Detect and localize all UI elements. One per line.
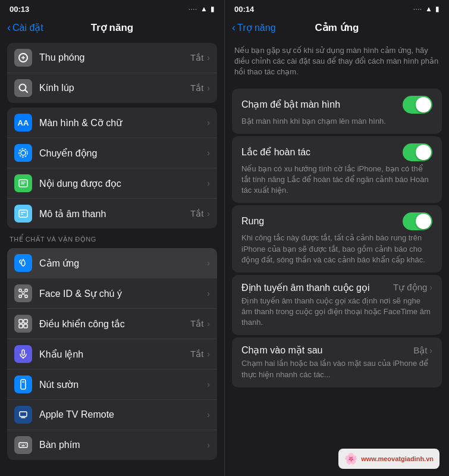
mo-ta-icon — [14, 205, 32, 223]
svg-rect-26 — [20, 412, 27, 416]
left-nav-title: Trợ năng — [91, 21, 133, 34]
rung-toggle[interactable] — [403, 212, 432, 230]
dinh-tuyen-chevron-icon: › — [429, 283, 432, 292]
face-id-icon — [14, 284, 32, 302]
svg-rect-22 — [22, 350, 24, 355]
left-panel: 00:13 ···· ▲ ▮ ‹ Cài đặt Trợ năng Thu ph… — [0, 0, 224, 476]
right-back-chevron-icon: ‹ — [232, 22, 236, 33]
svg-rect-14 — [25, 289, 27, 292]
face-id-content: Face ID & Sự chú ý › — [39, 288, 210, 299]
thu-phong-value: Tắt — [190, 52, 203, 63]
left-top-group: Thu phóng Tắt › Kính lúp Tắt › — [7, 43, 217, 103]
cham-mat-sau-value: Bật — [413, 345, 427, 356]
svg-point-5 — [21, 151, 26, 155]
settings-item-ban-phim[interactable]: Bàn phím › — [7, 430, 217, 460]
nut-suon-content: Nút sườn › — [39, 379, 210, 390]
nut-suon-chevron-icon: › — [207, 380, 210, 389]
settings-item-thu-phong[interactable]: Thu phóng Tắt › — [7, 43, 217, 73]
man-hinh-content: Màn hình & Cỡ chữ › — [39, 117, 210, 129]
svg-rect-13 — [19, 289, 21, 292]
svg-point-17 — [22, 292, 24, 294]
right-status-icons: ···· ▲ ▮ — [413, 5, 439, 13]
settings-item-chuyen-dong[interactable]: Chuyển động › — [7, 138, 217, 168]
right-back-label: Trợ năng — [237, 22, 276, 33]
settings-item-man-hinh[interactable]: AA Màn hình & Cỡ chữ › — [7, 108, 217, 138]
mo-ta-right: Tắt › — [190, 208, 210, 219]
cam-ung-chevron-icon: › — [207, 258, 210, 268]
right-item-cham-bat-row: Chạm để bật màn hình — [241, 96, 432, 114]
dieu-khien-icon — [14, 315, 32, 333]
right-status-bar: 00:14 ···· ▲ ▮ — [225, 0, 449, 17]
apple-tv-label: Apple TV Remote — [39, 409, 114, 420]
right-item-rung-desc: Khi công tắc này được tắt, tất cả cảnh b… — [241, 233, 432, 265]
mo-ta-label: Mô tả âm thanh — [39, 208, 106, 220]
svg-rect-19 — [24, 320, 27, 323]
apple-tv-content: Apple TV Remote › — [39, 409, 210, 420]
left-status-icons: ···· ▲ ▮ — [189, 5, 215, 13]
dieu-khien-right: Tắt › — [190, 318, 210, 329]
left-mid-group: AA Màn hình & Cỡ chữ › Chuyển động › Nội… — [7, 108, 217, 228]
cham-bat-toggle[interactable] — [403, 96, 432, 114]
settings-item-khau-lenh[interactable]: Khẩu lệnh Tắt › — [7, 339, 217, 369]
kinh-lup-icon — [14, 79, 32, 97]
noi-dung-chevron-icon: › — [207, 178, 210, 188]
right-signal-icon: ···· — [413, 6, 422, 12]
settings-item-cam-ung[interactable]: Cảm ứng › — [7, 248, 217, 278]
apple-tv-icon — [14, 406, 32, 424]
left-back-chevron-icon: ‹ — [7, 22, 11, 33]
settings-item-apple-tv[interactable]: Apple TV Remote › — [7, 400, 217, 430]
right-group-3: Rung Khi công tắc này được tắt, tất cả c… — [232, 205, 442, 273]
face-id-chevron-icon: › — [207, 289, 210, 298]
right-item-cham-bat-label: Chạm để bật màn hình — [241, 99, 340, 110]
settings-item-kinh-lup[interactable]: Kính lúp Tắt › — [7, 73, 217, 103]
thu-phong-chevron-icon: › — [207, 53, 210, 62]
khau-lenh-right: Tắt › — [190, 349, 210, 359]
right-item-cham-mat-sau-desc: Chạm hai lần hoặc ba lần vào mặt sau của… — [241, 358, 432, 380]
chuyen-dong-content: Chuyển động › — [39, 148, 210, 159]
chuyen-dong-icon — [14, 144, 32, 162]
right-item-cham-bat: Chạm để bật màn hình Bật màn hình khi bạ… — [232, 89, 442, 134]
svg-rect-20 — [19, 324, 23, 328]
right-item-rung-label: Rung — [241, 216, 264, 227]
right-item-dinh-tuyen[interactable]: Định tuyến âm thanh cuộc gọi Tự động › Đ… — [232, 275, 442, 336]
right-item-dinh-tuyen-value-group: Tự động › — [393, 282, 432, 293]
ban-phim-icon — [14, 436, 32, 454]
chuyen-dong-chevron-icon: › — [207, 148, 210, 158]
cam-ung-content: Cảm ứng › — [39, 258, 210, 269]
settings-item-dieu-khien[interactable]: Điều khiển công tắc Tắt › — [7, 309, 217, 339]
the-chat-section-label: THỂ CHẤT VÀ VẬN ĐỘNG — [0, 231, 224, 246]
svg-rect-7 — [19, 180, 27, 187]
kinh-lup-content: Kính lúp Tắt › — [39, 83, 210, 93]
settings-item-noi-dung[interactable]: Nội dung được đọc › — [7, 168, 217, 199]
settings-item-mo-ta[interactable]: Mô tả âm thanh Tắt › — [7, 199, 217, 228]
lac-toggle[interactable] — [403, 143, 432, 161]
right-item-cham-mat-sau-value-group: Bật › — [413, 345, 432, 356]
svg-point-6 — [19, 149, 27, 157]
settings-item-face-id[interactable]: Face ID & Sự chú ý › — [7, 278, 217, 309]
svg-rect-10 — [19, 210, 27, 217]
right-item-rung: Rung Khi công tắc này được tắt, tất cả c… — [232, 205, 442, 273]
left-back-button[interactable]: ‹ Cài đặt — [7, 22, 43, 33]
svg-line-4 — [26, 90, 28, 93]
right-wifi-icon: ▲ — [425, 5, 432, 13]
dieu-khien-value: Tắt — [190, 318, 203, 329]
right-time: 00:14 — [234, 5, 254, 14]
mo-ta-chevron-icon: › — [207, 209, 210, 218]
dieu-khien-chevron-icon: › — [207, 319, 210, 328]
left-battery-icon: ▮ — [211, 5, 215, 13]
svg-rect-24 — [21, 380, 26, 389]
watermark-text: www.meovatgiadinh.vn — [361, 455, 434, 462]
right-nav-title: Cảm ứng — [315, 21, 359, 34]
right-group-1: Chạm để bật màn hình Bật màn hình khi bạ… — [232, 89, 442, 134]
cam-ung-label: Cảm ứng — [39, 258, 79, 269]
man-hinh-icon: AA — [14, 114, 32, 131]
right-back-button[interactable]: ‹ Trợ năng — [232, 22, 276, 33]
settings-item-nut-suon[interactable]: Nút sườn › — [7, 369, 217, 400]
right-group-4: Định tuyến âm thanh cuộc gọi Tự động › Đ… — [232, 275, 442, 336]
right-item-rung-row: Rung — [241, 212, 432, 230]
khau-lenh-chevron-icon: › — [207, 349, 210, 359]
svg-rect-16 — [25, 295, 27, 298]
left-wifi-icon: ▲ — [200, 5, 208, 13]
right-item-cham-mat-sau[interactable]: Chạm vào mặt sau Bật › Chạm hai lần hoặc… — [232, 337, 442, 387]
right-item-cham-mat-sau-row: Chạm vào mặt sau Bật › — [241, 345, 432, 356]
